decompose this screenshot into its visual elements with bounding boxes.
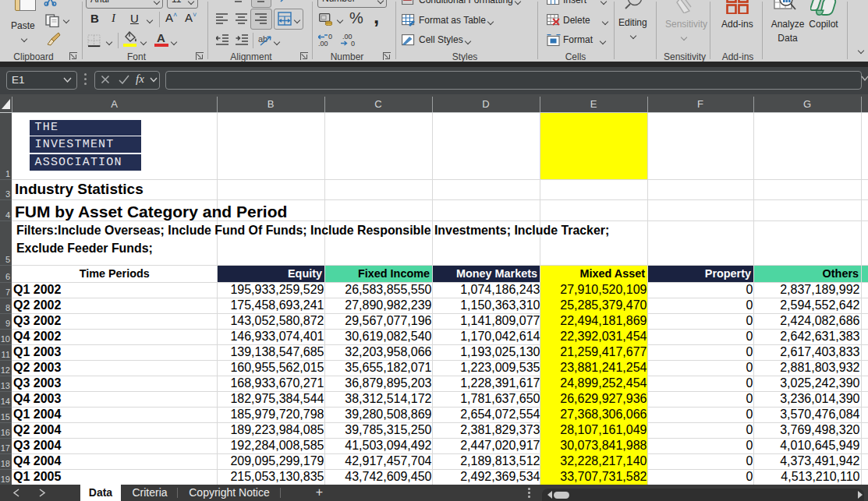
svg-text:.00: .00 bbox=[318, 40, 328, 47]
svg-text:0: 0 bbox=[328, 33, 332, 41]
svg-text:ab: ab bbox=[258, 34, 267, 44]
svg-text:0: 0 bbox=[351, 40, 355, 47]
